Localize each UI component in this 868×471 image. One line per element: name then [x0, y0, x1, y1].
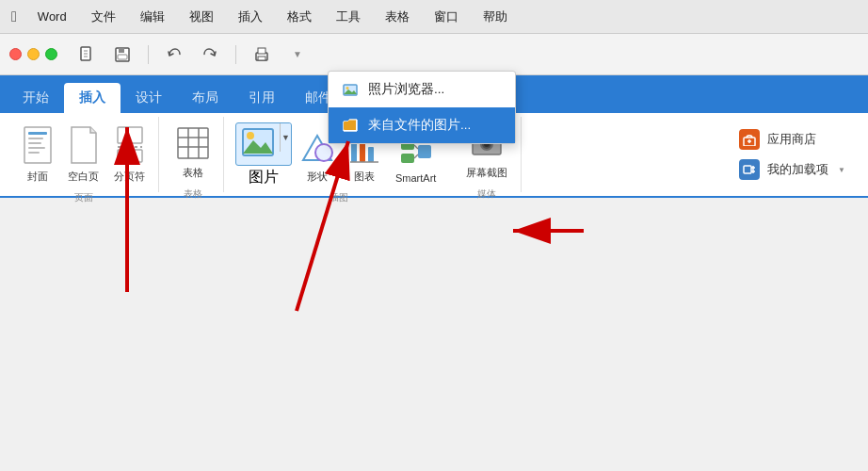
blank-page-icon — [70, 126, 98, 168]
cover-page-icon — [23, 126, 53, 168]
print-icon[interactable] — [248, 41, 276, 69]
svg-rect-19 — [178, 128, 208, 158]
media-group-label: 媒体 — [477, 187, 496, 201]
svg-rect-29 — [351, 143, 357, 162]
cover-page-label: 封面 — [27, 170, 48, 184]
mac-menubar:  Word 文件 编辑 视图 插入 格式 工具 表格 窗口 帮助 — [0, 0, 868, 34]
svg-rect-12 — [28, 138, 43, 139]
photo-browser-label: 照片浏览器... — [368, 81, 444, 98]
tab-insert[interactable]: 插入 — [64, 83, 121, 113]
page-break-icon — [116, 126, 144, 168]
menu-insert[interactable]: 插入 — [234, 7, 266, 27]
blank-page-label: 空白页 — [68, 170, 99, 184]
traffic-lights — [9, 48, 57, 60]
picture-dropdown-menu: 照片浏览器... 来自文件的图片... — [328, 71, 516, 144]
from-file-item[interactable]: 来自文件的图片... — [329, 107, 515, 143]
store-label: 应用商店 — [767, 131, 816, 148]
shape-label: 形状 — [307, 170, 328, 184]
table-group-label: 表格 — [184, 187, 202, 201]
redo-icon[interactable] — [196, 41, 224, 69]
svg-point-52 — [346, 87, 349, 89]
ribbon-group-table: 表格 表格 — [163, 117, 224, 192]
svg-rect-15 — [28, 152, 40, 154]
svg-rect-31 — [368, 147, 374, 162]
svg-rect-18 — [118, 150, 142, 162]
svg-rect-47 — [744, 166, 751, 173]
toolbar-separator-1 — [148, 45, 149, 64]
picture-button[interactable] — [236, 123, 280, 165]
table-icon — [176, 126, 210, 164]
menu-tools[interactable]: 工具 — [332, 7, 364, 27]
menu-window[interactable]: 窗口 — [430, 7, 462, 27]
ribbon-group-pages: 封面 空白页 — [9, 117, 159, 192]
tab-references[interactable]: 引用 — [233, 83, 290, 113]
svg-rect-8 — [258, 48, 265, 54]
smartart-label: SmartArt — [395, 172, 436, 184]
tab-design[interactable]: 设计 — [121, 83, 177, 113]
tab-layout[interactable]: 布局 — [177, 83, 233, 113]
menu-view[interactable]: 视图 — [185, 7, 217, 27]
picture-icon — [242, 127, 274, 161]
plugins-icon — [739, 159, 760, 180]
svg-rect-6 — [118, 55, 127, 59]
plugins-label: 我的加载项 — [767, 161, 828, 178]
page-break-button[interactable]: 分页符 — [108, 122, 151, 187]
screenshot-label: 屏幕截图 — [466, 166, 507, 180]
svg-rect-34 — [401, 154, 414, 163]
picture-dropdown-arrow[interactable]: ▼ — [280, 123, 291, 152]
picture-label: 图片 — [249, 168, 279, 187]
svg-rect-11 — [28, 132, 47, 135]
menu-word[interactable]: Word — [34, 8, 71, 25]
svg-line-37 — [414, 154, 418, 158]
minimize-button[interactable] — [27, 48, 40, 60]
toolbar-separator-2 — [235, 45, 236, 64]
menu-format[interactable]: 格式 — [283, 7, 315, 27]
table-label: 表格 — [183, 166, 203, 180]
undo-icon[interactable] — [160, 41, 188, 69]
svg-rect-13 — [28, 142, 41, 144]
store-icon — [739, 129, 760, 150]
addins-section: 应用商店 我的加载项 ▼ — [733, 127, 859, 182]
svg-line-36 — [414, 145, 418, 149]
more-toolbar-icon[interactable]: ▼ — [283, 41, 312, 69]
svg-rect-35 — [418, 145, 431, 158]
menu-edit[interactable]: 编辑 — [137, 7, 169, 27]
illustrations-group-label: 插图 — [330, 191, 348, 204]
pages-group-label: 页面 — [74, 191, 93, 204]
cover-page-button[interactable]: 封面 — [17, 122, 58, 187]
svg-rect-9 — [258, 57, 265, 60]
plugins-dropdown-arrow[interactable]: ▼ — [838, 166, 845, 174]
svg-rect-14 — [28, 147, 45, 149]
svg-point-25 — [247, 132, 254, 139]
from-file-label: 来自文件的图片... — [368, 117, 471, 134]
photo-browser-item[interactable]: 照片浏览器... — [329, 72, 515, 107]
save-icon[interactable] — [108, 41, 137, 69]
menu-help[interactable]: 帮助 — [479, 7, 511, 27]
new-doc-icon[interactable] — [72, 41, 101, 69]
tab-start[interactable]: 开始 — [8, 83, 64, 113]
table-group-items: 表格 — [170, 122, 216, 184]
chart-label: 图表 — [354, 170, 375, 184]
page-break-label: 分页符 — [114, 170, 145, 184]
menu-table[interactable]: 表格 — [381, 7, 413, 27]
from-file-icon — [342, 117, 359, 134]
maximize-button[interactable] — [45, 48, 57, 60]
apple-menu[interactable]:  — [11, 8, 17, 25]
svg-rect-5 — [119, 48, 124, 53]
title-bar: ▼ — [0, 34, 868, 75]
close-button[interactable] — [9, 48, 22, 60]
blank-page-button[interactable]: 空白页 — [62, 122, 104, 187]
my-addins-button[interactable]: 我的加载项 ▼ — [733, 157, 851, 182]
svg-rect-16 — [118, 127, 142, 143]
photo-browser-icon — [342, 81, 359, 98]
app-store-button[interactable]: 应用商店 — [733, 127, 851, 152]
svg-point-28 — [315, 144, 332, 161]
pages-group-items: 封面 空白页 — [17, 122, 151, 187]
menu-file[interactable]: 文件 — [88, 7, 120, 27]
table-button[interactable]: 表格 — [170, 122, 216, 184]
